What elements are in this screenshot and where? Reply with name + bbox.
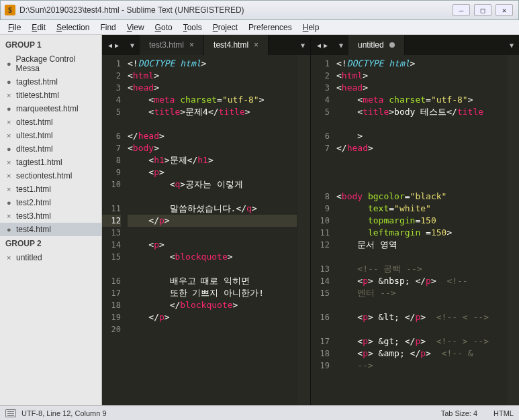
tab[interactable]: untitled <box>348 35 405 55</box>
dirty-dot-icon[interactable]: ● <box>7 78 13 86</box>
minimap[interactable] <box>298 55 310 405</box>
tab-nav-left-icon[interactable]: ◀ <box>317 42 321 49</box>
line-number <box>102 118 121 130</box>
sidebar-file-item[interactable]: ×ultest.html <box>0 129 101 142</box>
tab-close-icon[interactable]: × <box>189 40 194 50</box>
close-icon[interactable]: × <box>7 91 13 99</box>
code-line: <head> <box>128 82 297 94</box>
sidebar-file-item[interactable]: ×tagtest1.html <box>0 156 101 169</box>
menu-file[interactable]: File <box>3 21 26 34</box>
code-line: topmargin=150 <box>336 215 506 227</box>
dirty-dot-icon[interactable]: ● <box>7 199 13 207</box>
close-icon[interactable]: × <box>7 118 13 126</box>
sidebar: GROUP 1 ●Package Control Messa●tagtest.h… <box>0 35 102 405</box>
menu-find[interactable]: Find <box>95 21 121 34</box>
sidebar-file-item[interactable]: ×test3.html <box>0 209 101 223</box>
tab[interactable]: test3.html× <box>140 35 204 55</box>
line-number: 4 <box>102 94 121 106</box>
close-icon[interactable]: × <box>7 254 13 262</box>
line-number: 12 <box>311 239 330 251</box>
code-line: <q>공자는 이렇게 <box>128 178 297 191</box>
menu-selection[interactable]: Selection <box>51 21 95 34</box>
line-number: 19 <box>102 311 121 323</box>
editor-pane-left: ◀▶▼test3.html×test4.html×▼ 12345 678910 … <box>102 35 310 405</box>
line-number: 6 <box>311 130 330 142</box>
sidebar-file-item[interactable]: ×oltest.html <box>0 115 101 129</box>
line-number <box>311 118 330 130</box>
code-area[interactable]: <!DOCTYPE html><html><head> <meta charse… <box>335 55 507 405</box>
sidebar-file-item[interactable]: ×titletest.html <box>0 89 101 102</box>
status-syntax[interactable]: HTML <box>493 409 514 417</box>
line-number <box>311 154 330 166</box>
line-number <box>102 191 121 203</box>
tab-dropdown-icon[interactable]: ▼ <box>334 35 348 55</box>
panel-switcher-icon[interactable] <box>5 409 16 417</box>
code-line: <!DOCTYPE html> <box>336 58 506 70</box>
sidebar-file-item[interactable]: ×untitled <box>0 251 101 264</box>
code-area[interactable]: <!DOCTYPE html><html><head> <meta charse… <box>126 55 298 405</box>
pane-menu-icon[interactable]: ▼ <box>504 35 519 55</box>
close-icon[interactable]: × <box>7 172 13 180</box>
dirty-dot-icon[interactable]: ● <box>7 60 13 68</box>
file-name-label: titletest.html <box>16 91 59 100</box>
menu-edit[interactable]: Edit <box>26 21 51 34</box>
line-number: 5 <box>102 106 121 118</box>
sidebar-file-item[interactable]: ●dltest.html <box>0 142 101 156</box>
menu-preferences[interactable]: Preferences <box>243 21 297 34</box>
code-line: <meta charset="utf-8"> <box>336 94 506 106</box>
menu-tools[interactable]: Tools <box>178 21 207 34</box>
editor-pane-right: ◀▶▼untitled▼ 12345 67 89101112 131415 16… <box>310 35 519 405</box>
tab-nav-right-icon[interactable]: ▶ <box>115 42 119 49</box>
close-icon[interactable]: × <box>7 212 13 220</box>
sidebar-file-item[interactable]: ●test2.html <box>0 196 101 209</box>
line-number: 15 <box>311 287 330 299</box>
file-name-label: tagtest.html <box>16 77 58 87</box>
tab-nav-right-icon[interactable]: ▶ <box>324 42 328 49</box>
line-number: 3 <box>311 82 330 94</box>
close-icon[interactable]: × <box>7 132 13 140</box>
code-line <box>128 227 297 239</box>
window-close-button[interactable]: ✕ <box>496 4 513 16</box>
line-number: 17 <box>311 335 330 348</box>
line-number: 3 <box>102 82 121 94</box>
close-icon[interactable]: × <box>7 185 13 193</box>
minimap[interactable] <box>507 55 519 405</box>
sidebar-file-item[interactable]: ×test1.html <box>0 182 101 196</box>
sidebar-file-item[interactable]: ●test4.html <box>0 223 101 236</box>
dirty-dot-icon <box>389 42 395 48</box>
line-number: 18 <box>311 348 330 360</box>
close-icon[interactable]: × <box>7 158 13 166</box>
window-maximize-button[interactable]: □ <box>474 4 491 16</box>
tab-dropdown-icon[interactable]: ▼ <box>125 35 140 55</box>
line-number: 7 <box>311 142 330 154</box>
dirty-dot-icon[interactable]: ● <box>7 105 13 113</box>
tab-close-icon[interactable]: × <box>254 40 258 50</box>
code-line: 말씀하셨습니다.</q> <box>128 203 297 215</box>
tab-nav-left-icon[interactable]: ◀ <box>108 42 112 49</box>
sidebar-file-item[interactable]: ●tagtest.html <box>0 75 101 89</box>
code-line: <!DOCTYPE html> <box>128 58 297 70</box>
menu-goto[interactable]: Goto <box>150 21 178 34</box>
tab[interactable]: test4.html× <box>204 35 269 55</box>
window-title: D:\Sun\20190323\test4.html - Sublime Tex… <box>19 5 453 15</box>
window-minimize-button[interactable]: — <box>453 4 470 16</box>
line-number <box>311 299 330 311</box>
sidebar-file-item[interactable]: ●marqueetest.html <box>0 102 101 115</box>
menu-help[interactable]: Help <box>297 21 325 34</box>
line-number: 12 <box>102 215 121 227</box>
status-tabsize[interactable]: Tab Size: 4 <box>441 409 477 417</box>
dirty-dot-icon[interactable]: ● <box>7 145 13 153</box>
app-icon: S <box>5 5 15 15</box>
status-info: UTF-8, Line 12, Column 9 <box>21 409 107 417</box>
menu-view[interactable]: View <box>122 21 150 34</box>
line-number: 15 <box>102 251 121 263</box>
line-number: 9 <box>102 166 121 178</box>
pane-menu-icon[interactable]: ▼ <box>295 35 310 55</box>
line-number: 4 <box>311 94 330 106</box>
window-titlebar: S D:\Sun\20190323\test4.html - Sublime T… <box>0 0 519 20</box>
menu-project[interactable]: Project <box>207 21 243 34</box>
sidebar-file-item[interactable]: ×sectiontest.html <box>0 169 101 182</box>
dirty-dot-icon[interactable]: ● <box>7 225 13 233</box>
sidebar-file-item[interactable]: ●Package Control Messa <box>0 52 101 75</box>
file-name-label: oltest.html <box>16 117 53 127</box>
